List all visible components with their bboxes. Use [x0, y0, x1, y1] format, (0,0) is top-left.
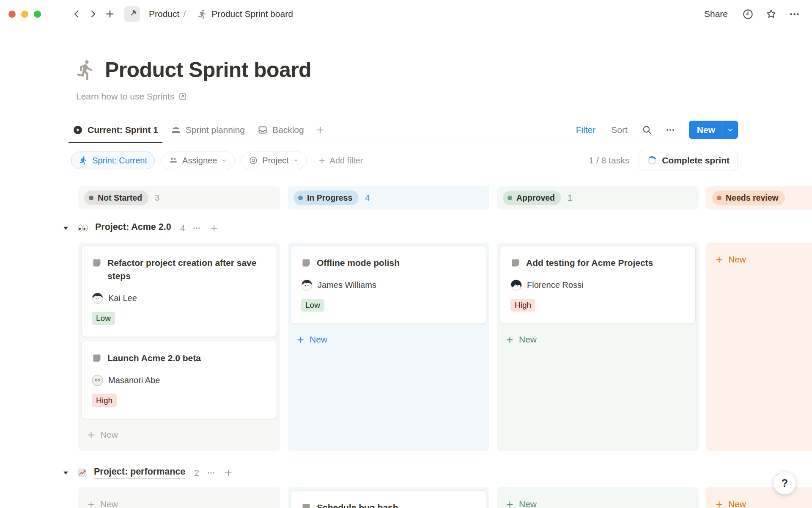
top-bar-left: Product / Product Sprint board	[8, 6, 296, 22]
status-dot	[298, 196, 303, 200]
page-header: Product Sprint board	[74, 58, 812, 82]
column-count: 3	[155, 193, 159, 203]
zoom-window-button[interactable]	[34, 11, 41, 18]
task-card-offline-mode[interactable]: Offline mode polish James Williams Low	[291, 246, 486, 324]
chart-increasing-emoji	[77, 467, 88, 478]
back-icon[interactable]	[71, 9, 82, 19]
group-add-icon[interactable]	[208, 223, 219, 234]
add-filter-button[interactable]: Add filter	[315, 155, 366, 166]
new-task-button[interactable]: New	[689, 121, 738, 139]
card-title: Add testing for Acme Projects	[526, 256, 653, 269]
more-options-icon[interactable]	[789, 8, 800, 20]
breadcrumb-page-label: Product Sprint board	[211, 9, 293, 19]
plus-icon	[505, 500, 514, 508]
new-card-button[interactable]: New	[709, 495, 752, 508]
status-label: Needs review	[726, 193, 779, 203]
priority-tag: High	[510, 299, 535, 312]
group-options-dots-icon[interactable]	[191, 223, 202, 234]
collapse-triangle-icon[interactable]	[61, 469, 70, 476]
assignee-name: Masanori Abe	[108, 375, 160, 385]
view-options-dots-icon[interactable]	[664, 124, 677, 136]
priority-tag: High	[92, 394, 117, 407]
status-pill-not-started[interactable]: Not Started	[84, 190, 148, 205]
group-header-performance: Project: performance 2	[61, 464, 812, 482]
forward-icon[interactable]	[88, 9, 98, 19]
close-window-button[interactable]	[8, 11, 16, 18]
status-dot	[89, 196, 93, 200]
complete-sprint-button[interactable]: Complete sprint	[639, 151, 738, 170]
tab-current-sprint[interactable]: Current: Sprint 1	[69, 117, 162, 143]
breadcrumb-workspace[interactable]: Product /	[146, 7, 188, 21]
minimize-window-button[interactable]	[21, 11, 28, 18]
column-approved: New	[497, 487, 699, 508]
breadcrumb-workspace-label: Product	[149, 9, 179, 19]
task-card-launch-beta[interactable]: Launch Acme 2.0 beta Masanori Abe High	[81, 341, 277, 419]
status-label: In Progress	[307, 193, 352, 203]
share-button[interactable]: Share	[702, 8, 730, 19]
add-view-icon[interactable]	[313, 125, 328, 135]
plus-icon	[318, 157, 326, 165]
new-page-icon[interactable]	[104, 8, 115, 19]
new-task-button-label: New	[689, 121, 722, 139]
plus-icon	[87, 431, 96, 439]
priority-tag: Low	[92, 312, 115, 325]
new-card-label: New	[310, 334, 327, 345]
play-circle-icon	[73, 125, 83, 135]
group-title[interactable]: Project: Acme 2.0	[95, 222, 171, 234]
page-icon	[510, 258, 521, 268]
new-card-button[interactable]: New	[500, 331, 542, 348]
updates-clock-icon[interactable]	[742, 8, 754, 20]
tab-sprint-planning[interactable]: Sprint planning	[167, 117, 249, 143]
task-card-bug-bash[interactable]: Schedule bug bash	[291, 490, 486, 508]
favorite-star-icon[interactable]	[765, 8, 777, 20]
task-card-refactor[interactable]: Refactor project creation after save ste…	[81, 246, 277, 337]
notion-window: Product / Product Sprint board Share Pro…	[0, 0, 812, 508]
status-pill-in-progress[interactable]: In Progress	[294, 190, 359, 205]
status-label: Not Started	[98, 193, 142, 203]
collapse-triangle-icon[interactable]	[61, 224, 70, 232]
card-title: Offline mode polish	[317, 256, 400, 269]
page-icon	[301, 258, 311, 268]
task-count: 1 / 8 tasks	[589, 155, 629, 166]
group-title[interactable]: Project: performance	[94, 467, 185, 479]
breadcrumb-page[interactable]: Product Sprint board	[195, 7, 296, 21]
status-dot	[508, 196, 512, 200]
sprint-filter-chip[interactable]: Sprint: Current	[71, 152, 155, 169]
chevron-down-icon	[293, 157, 299, 163]
search-icon[interactable]	[641, 124, 653, 136]
new-card-button[interactable]: New	[291, 331, 333, 348]
workspace-hammer-icon[interactable]	[124, 6, 140, 22]
group-add-icon[interactable]	[223, 467, 234, 478]
new-card-button[interactable]: New	[500, 495, 542, 508]
people-group-icon	[171, 125, 181, 135]
sort-button[interactable]: Sort	[609, 124, 630, 135]
learn-sprints-link[interactable]: Learn how to use Sprints	[76, 91, 187, 102]
sidebar-toggle-icon[interactable]	[54, 10, 65, 18]
column-count: 4	[365, 193, 370, 203]
plus-icon	[296, 335, 305, 344]
project-filter-label: Project	[262, 156, 288, 166]
task-card-add-testing[interactable]: Add testing for Acme Projects Florence R…	[500, 246, 696, 324]
avatar	[301, 279, 313, 291]
new-card-button[interactable]: New	[81, 426, 123, 444]
filter-button[interactable]: Filter	[573, 124, 598, 135]
assignee-filter-chip[interactable]: Assignee	[161, 152, 235, 169]
group-options-dots-icon[interactable]	[206, 467, 217, 478]
help-button[interactable]: ?	[774, 472, 796, 494]
avatar	[510, 279, 522, 291]
tab-backlog-label: Backlog	[272, 125, 304, 135]
plus-icon	[715, 500, 724, 508]
project-filter-chip[interactable]: Project	[241, 152, 306, 169]
kanban-board: Not Started 3 In Progress 4 Approved 1	[78, 186, 812, 508]
avatar	[92, 293, 103, 304]
status-dot	[717, 196, 721, 200]
new-card-button[interactable]: New	[709, 251, 752, 268]
tab-current-sprint-label: Current: Sprint 1	[88, 125, 158, 135]
status-pill-approved[interactable]: Approved	[503, 190, 561, 205]
group-header-acme: Project: Acme 2.0 4	[61, 219, 812, 237]
card-title: Refactor project creation after save ste…	[107, 256, 266, 282]
new-task-dropdown[interactable]	[722, 121, 738, 139]
new-card-button[interactable]: New	[81, 495, 123, 508]
tab-backlog[interactable]: Backlog	[253, 117, 308, 143]
status-pill-needs-review[interactable]: Needs review	[712, 190, 785, 205]
